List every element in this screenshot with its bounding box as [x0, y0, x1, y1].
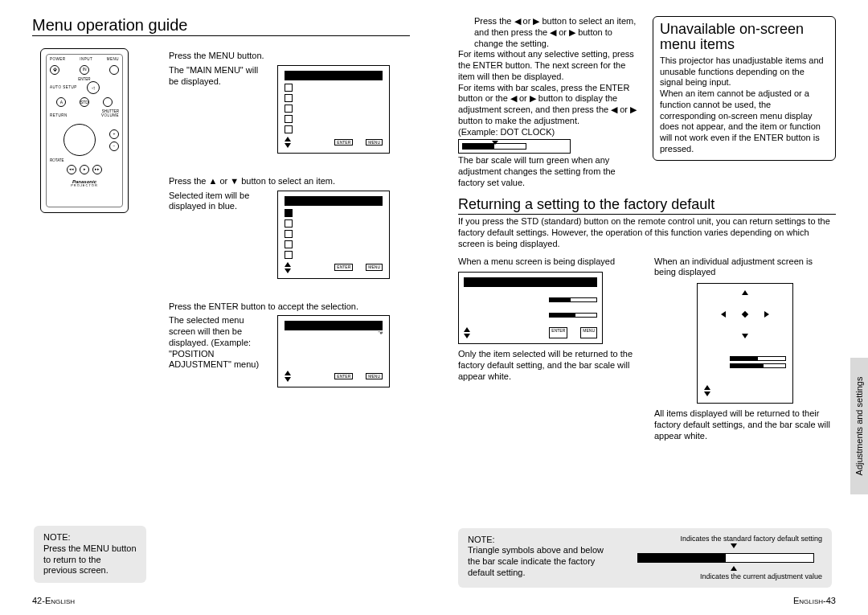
screen-btn-label: ENTER: [334, 139, 353, 146]
screen-btn-label: MENU: [580, 327, 597, 338]
screen-btn-label: ENTER: [334, 373, 353, 379]
step-2: Press the ▲ or ▼ button to select an ite…: [169, 176, 410, 279]
page-lang: English: [793, 596, 823, 605]
right-page: Press the ◀ or ▶ button to select an ite…: [434, 0, 868, 615]
step-3: Press the ENTER button to accept the sel…: [169, 301, 410, 388]
factory-col-1: When a menu screen is being displayed EN…: [458, 256, 640, 442]
transport-icon: ◂◂: [67, 165, 76, 174]
page-footer: 42-English: [32, 596, 75, 605]
note-box: NOTE: Press the MENU button to return to…: [34, 526, 146, 583]
directional-pad: ◁: [87, 81, 100, 94]
step-intro: Press the MENU button.: [169, 51, 410, 62]
remote-label: RETURN: [50, 114, 68, 118]
remote-label: VOLUME: [101, 114, 119, 118]
page-number: 42-: [32, 596, 45, 605]
power-icon: ⏻: [50, 65, 59, 75]
body-text: If you press the STD (standard) button o…: [458, 216, 836, 249]
screen-diagram-menu: ENTER MENU: [458, 272, 603, 344]
step-text: Selected item will be displayed in blue.: [169, 191, 269, 279]
indicator-bar: [637, 553, 814, 563]
arrow-up-icon: [731, 566, 737, 571]
screen-btn-label: MENU: [366, 264, 383, 270]
body-text: The bar scale will turn green when any a…: [458, 155, 641, 188]
body-text: This projector has unadjustable items an…: [660, 55, 829, 155]
remote-illustration: POWER INPUT MENU ⏻ IN ENTER AUTO SETUP ◁: [40, 48, 129, 213]
arrow-up-icon: [742, 290, 748, 295]
screen-diagram-individual: [697, 283, 793, 404]
in-button: IN: [80, 65, 89, 75]
note-text: Triangle symbols above and below the bar…: [468, 545, 612, 578]
body-text: Press the ◀ or ▶ button to select an ite…: [458, 16, 641, 49]
remote-label: AUTO SETUP: [50, 86, 77, 90]
arrow-up-icon: [285, 371, 291, 375]
indicator-label: Indicates the current adjustment value: [700, 572, 822, 581]
note-box: NOTE: Triangle symbols above and below t…: [458, 528, 832, 588]
page-title: Menu operation guide: [32, 16, 410, 36]
body-text: Only the item selected will be returned …: [458, 349, 640, 382]
indicator-label: Indicates the standard factory default s…: [680, 535, 822, 543]
right-text-column: Press the ◀ or ▶ button to select an ite…: [458, 16, 641, 189]
side-tab: Adjustments and settings: [850, 358, 868, 494]
unavailable-box: Unavailable on-screen menu items This pr…: [653, 16, 836, 189]
screen-btn-label: ENTER: [334, 264, 353, 270]
body-text: For items with bar scales, press the ENT…: [458, 83, 641, 127]
step-text: The "MAIN MENU" will be displayed.: [169, 65, 269, 154]
dotclock-diagram: [458, 139, 571, 154]
screen-glyph: "#: [379, 330, 383, 337]
arrow-up-icon: [464, 327, 470, 332]
step-1: Press the MENU button. The "MAIN MENU" w…: [169, 51, 410, 154]
page-number: -43: [823, 596, 836, 605]
vol-plus-button: +: [109, 129, 119, 139]
arrow-down-icon: [285, 269, 291, 273]
arrow-up-icon: [285, 137, 291, 141]
arrow-up-icon: [704, 385, 710, 390]
vol-minus-button: −: [109, 141, 119, 151]
remote-label: ROTATE: [50, 159, 119, 163]
screen-diagram-selected: ENTER MENU: [277, 191, 390, 279]
a-button: A: [56, 97, 66, 107]
menu-button-icon: [109, 65, 119, 75]
arrow-down-icon: [464, 334, 470, 338]
dpad-icon: [63, 124, 96, 156]
transport-icon: ▸▸: [92, 165, 102, 174]
screen-btn-label: MENU: [366, 373, 383, 379]
arrow-down-icon: [285, 143, 291, 148]
arrow-down-icon: [285, 377, 291, 382]
screen-diagram-main-menu: ENTER MENU: [277, 65, 390, 154]
remote-label: POWER: [50, 58, 66, 62]
remote-label: MENU: [107, 58, 119, 62]
example-label: (Example: DOT CLOCK): [458, 127, 641, 138]
std-button: STD: [80, 97, 89, 107]
brand-sub: PROJECTOR: [50, 184, 119, 187]
factory-col-2: When an individual adjustment screen is …: [654, 256, 836, 442]
screen-btn-label: ENTER: [549, 327, 567, 338]
transport-icon: ▸: [80, 165, 89, 174]
diamond-icon: [742, 311, 748, 318]
page-footer: English-43: [793, 596, 836, 605]
side-tab-label: Adjustments and settings: [854, 377, 864, 476]
screen-btn-label: MENU: [366, 139, 383, 146]
note-label: NOTE:: [43, 532, 137, 543]
note-text: Press the MENU button to return to the p…: [43, 543, 137, 576]
body-text: For items without any selective setting,…: [458, 49, 641, 82]
arrow-down-icon: [742, 334, 748, 338]
shutter-button-icon: [103, 97, 113, 107]
col-heading: When a menu screen is being displayed: [458, 256, 640, 268]
screen-diagram-position: "# ENTER MENU: [277, 315, 390, 387]
arrow-up-icon: [285, 262, 291, 267]
remote-label: INPUT: [80, 58, 92, 62]
arrow-down-icon: [731, 543, 737, 548]
left-page: Menu operation guide POWER INPUT MENU ⏻ …: [0, 0, 434, 615]
step-text: The selected menu screen will then be di…: [169, 315, 269, 387]
page-lang: English: [45, 596, 75, 605]
body-text: All items displayed will be returned to …: [654, 408, 836, 441]
section-title: Unavailable on-screen menu items: [660, 22, 829, 52]
col-heading: When an individual adjustment screen is …: [654, 256, 836, 279]
section-title: Returning a setting to the factory defau…: [458, 197, 836, 215]
step-intro: Press the ▲ or ▼ button to select an ite…: [169, 176, 410, 187]
arrow-right-icon: [764, 311, 769, 318]
step-intro: Press the ENTER button to accept the sel…: [169, 301, 410, 313]
arrow-down-icon: [704, 392, 710, 396]
note-label: NOTE:: [468, 535, 612, 546]
arrow-left-icon: [721, 311, 726, 318]
